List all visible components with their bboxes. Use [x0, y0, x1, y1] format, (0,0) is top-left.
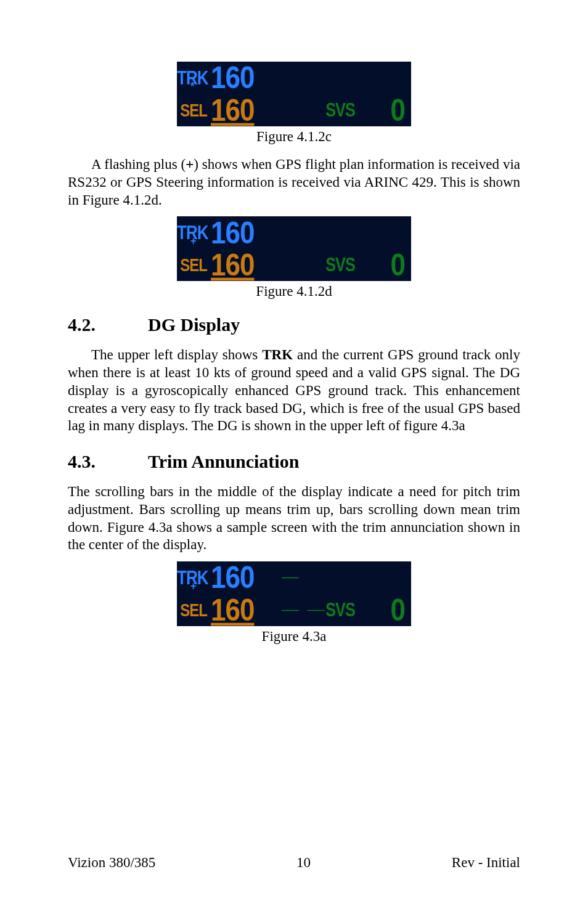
footer-page-number: 10: [296, 855, 311, 871]
trk-symbol-asterisk: *: [190, 79, 194, 93]
trk-label: TRK+: [177, 221, 211, 244]
trk-value: 160: [211, 60, 282, 96]
trk-symbol-plus: +: [190, 235, 195, 248]
svs-value: 0: [374, 92, 411, 128]
heading-title: Trim Annunciation: [148, 451, 299, 472]
heading-title: DG Display: [148, 314, 240, 335]
svs-value: 0: [374, 592, 411, 628]
paragraph-3: The scrolling bars in the middle of the …: [68, 483, 520, 554]
sel-label: SEL: [177, 600, 211, 621]
sel-value: 160: [211, 592, 282, 628]
sel-value: 160: [211, 92, 282, 128]
trk-label: TRK+: [177, 566, 211, 589]
figure-4-3a: TRK+ 160 — SEL 160 — — SVS 0 Figure 4.3a: [68, 561, 520, 645]
paragraph-2: The upper left display shows TRK and the…: [68, 346, 520, 435]
heading-4-2: 4.2. DG Display: [68, 314, 520, 335]
trim-bars-bottom: — —: [282, 608, 306, 612]
footer-left: Vizion 380/385: [68, 855, 155, 871]
paragraph-1: A flashing plus (+) shows when GPS fligh…: [68, 156, 520, 209]
lcd-display-1: TRK* 160 SEL 160 SVS 0: [177, 62, 411, 126]
figure-caption: Figure 4.3a: [262, 629, 327, 645]
trk-value: 160: [211, 560, 282, 596]
figure-4-1-2c: TRK* 160 SEL 160 SVS 0 Figure 4.1.2c: [68, 62, 520, 145]
svs-label: SVS: [310, 99, 371, 121]
trk-symbol-plus: +: [190, 579, 195, 593]
sel-label: SEL: [177, 255, 211, 275]
sel-value: 160: [211, 247, 282, 283]
figure-caption: Figure 4.1.2d: [256, 283, 332, 300]
trk-label: TRK*: [177, 67, 211, 89]
figure-caption: Figure 4.1.2c: [256, 129, 332, 145]
trk-value: 160: [211, 215, 282, 251]
svs-value: 0: [374, 247, 411, 283]
heading-4-3: 4.3. Trim Annunciation: [68, 451, 520, 472]
trim-bars-top: —: [282, 576, 306, 580]
figure-4-1-2d: TRK+ 160 SEL 160 SVS 0 Figure 4.1.2d: [68, 216, 520, 300]
heading-number: 4.3.: [68, 451, 148, 472]
sel-label: SEL: [177, 100, 211, 121]
svs-label: SVS: [310, 254, 371, 277]
page-footer: Vizion 380/385 10 Rev - Initial: [68, 855, 520, 871]
footer-right: Rev - Initial: [452, 855, 520, 871]
heading-number: 4.2.: [68, 314, 148, 335]
lcd-display-3: TRK+ 160 — SEL 160 — — SVS 0: [177, 561, 411, 626]
svs-label: SVS: [310, 598, 371, 621]
lcd-display-2: TRK+ 160 SEL 160 SVS 0: [177, 216, 411, 281]
